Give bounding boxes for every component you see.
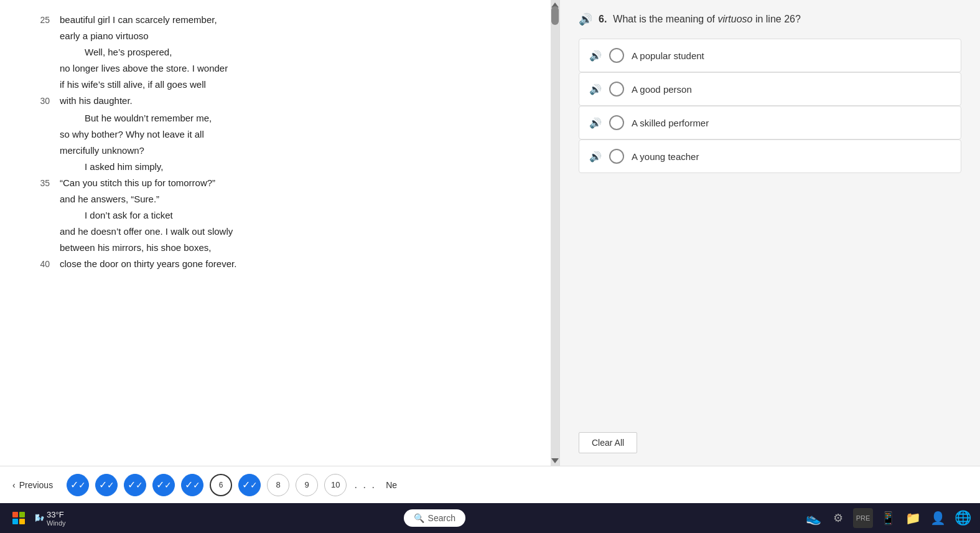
page-btn-10[interactable]: 10 xyxy=(324,474,347,496)
answer-option-d[interactable]: 🔊A young teacher xyxy=(579,139,961,173)
line-number: 35 xyxy=(25,176,50,190)
poem-line: if his wife’s still alive, if all goes w… xyxy=(25,77,534,92)
poem-lines: 25beautiful girl I can scarcely remember… xyxy=(25,12,534,271)
question-text: What is the meaning of virtuoso in line … xyxy=(613,14,801,25)
poem-line: 40close the door on thirty years gone fo… xyxy=(25,257,534,271)
answer-option-c[interactable]: 🔊A skilled performer xyxy=(579,106,961,139)
line-text: I don’t ask for a ticket xyxy=(60,208,534,223)
page-btn-4[interactable]: ✓ xyxy=(152,474,175,496)
taskbar-center: 🔍 Search xyxy=(71,509,798,527)
weather-widget: 🌬️ 33°F Windy xyxy=(35,510,66,527)
poem-line: 35“Can you stitch this up for tomorrow?” xyxy=(25,176,534,191)
navigation-bar: ‹ Previous ✓✓✓✓✓6✓8910 . . . Ne xyxy=(0,466,980,503)
poem-line: 30with his daughter. xyxy=(25,93,534,108)
poem-line: 25beautiful girl I can scarcely remember… xyxy=(25,12,534,27)
option-audio-icon-a[interactable]: 🔊 xyxy=(589,50,602,62)
taskbar-settings-icon[interactable]: ⚙ xyxy=(828,508,848,528)
poem-panel: 25beautiful girl I can scarcely remember… xyxy=(0,0,560,466)
page-btn-8[interactable]: 8 xyxy=(267,474,289,496)
poem-line: I asked him simply, xyxy=(25,159,534,174)
line-text: “Can you stitch this up for tomorrow?” xyxy=(60,176,534,191)
page-btn-6[interactable]: 6 xyxy=(210,474,232,496)
line-text: and he doesn’t offer one. I walk out slo… xyxy=(60,224,534,239)
poem-line: But he wouldn’t remember me, xyxy=(25,111,534,126)
option-text-b: A good person xyxy=(632,84,692,95)
main-content: 25beautiful girl I can scarcely remember… xyxy=(0,0,980,466)
previous-button[interactable]: ‹ Previous xyxy=(12,480,53,490)
line-text: no longer lives above the store. I wonde… xyxy=(60,61,534,76)
poem-line: early a piano virtuoso xyxy=(25,29,534,44)
taskbar-folder-icon[interactable]: 📁 xyxy=(903,508,923,528)
radio-b[interactable] xyxy=(609,82,624,97)
question-header: 🔊 6. What is the meaning of virtuoso in … xyxy=(579,12,961,26)
radio-c[interactable] xyxy=(609,115,624,130)
poem-line: no longer lives above the store. I wonde… xyxy=(25,61,534,76)
page-buttons: ✓✓✓✓✓6✓8910 xyxy=(67,474,347,496)
poem-line: I don’t ask for a ticket xyxy=(25,208,534,223)
taskbar-chrome-icon[interactable]: 🌐 xyxy=(953,508,973,528)
search-bar[interactable]: 🔍 Search xyxy=(404,509,465,527)
answer-option-a[interactable]: 🔊A popular student xyxy=(579,39,961,72)
option-audio-icon-b[interactable]: 🔊 xyxy=(589,83,602,95)
scroll-down-icon[interactable] xyxy=(551,458,559,463)
taskbar-phone-icon[interactable]: 📱 xyxy=(878,508,898,528)
line-text: with his daughter. xyxy=(60,93,534,108)
poem-line: mercifully unknown? xyxy=(25,143,534,158)
poem-line: and he doesn’t offer one. I walk out slo… xyxy=(25,224,534,239)
page-btn-2[interactable]: ✓ xyxy=(95,474,118,496)
temperature: 33°F xyxy=(47,510,66,519)
poem-line: Well, he’s prospered, xyxy=(25,45,534,60)
weather-icon: 🌬️ xyxy=(35,514,44,522)
question-number: 6. xyxy=(599,14,607,25)
line-text: mercifully unknown? xyxy=(60,143,534,158)
line-text: Well, he’s prospered, xyxy=(60,45,534,60)
answer-options: 🔊A popular student🔊A good person🔊A skill… xyxy=(579,39,961,173)
option-text-a: A popular student xyxy=(632,50,704,61)
windows-logo-icon xyxy=(12,512,25,524)
scroll-thumb[interactable] xyxy=(551,6,559,25)
radio-a[interactable] xyxy=(609,48,624,63)
page-btn-3[interactable]: ✓ xyxy=(124,474,146,496)
page-btn-7[interactable]: ✓ xyxy=(238,474,261,496)
page-btn-5[interactable]: ✓ xyxy=(181,474,203,496)
clear-all-button[interactable]: Clear All xyxy=(579,432,637,453)
option-text-d: A young teacher xyxy=(632,151,699,162)
poem-line: so why bother? Why not leave it all xyxy=(25,127,534,142)
line-text: close the door on thirty years gone fore… xyxy=(60,257,534,271)
page-btn-1[interactable]: ✓ xyxy=(67,474,89,496)
line-text: beautiful girl I can scarcely remember, xyxy=(60,12,534,27)
taskbar: 🌬️ 33°F Windy 🔍 Search 👟 ⚙ PRE 📱 📁 👤 🌐 xyxy=(0,503,980,533)
taskbar-icons: 👟 ⚙ PRE 📱 📁 👤 🌐 xyxy=(803,508,973,528)
option-text-c: A skilled performer xyxy=(632,118,709,128)
taskbar-user-icon[interactable]: 👤 xyxy=(928,508,948,528)
next-button[interactable]: Ne xyxy=(386,480,397,490)
poem-line: between his mirrors, his shoe boxes, xyxy=(25,240,534,255)
line-number: 40 xyxy=(25,257,50,271)
taskbar-pre-icon[interactable]: PRE xyxy=(853,508,873,528)
question-audio-icon[interactable]: 🔊 xyxy=(579,12,592,26)
poem-scrollbar[interactable] xyxy=(551,0,559,466)
search-icon: 🔍 xyxy=(414,513,424,523)
line-text: if his wife’s still alive, if all goes w… xyxy=(60,77,534,92)
radio-d[interactable] xyxy=(609,149,624,164)
poem-line: and he answers, “Sure.” xyxy=(25,192,534,207)
line-text: I asked him simply, xyxy=(60,159,534,174)
line-text: and he answers, “Sure.” xyxy=(60,192,534,207)
answer-option-b[interactable]: 🔊A good person xyxy=(579,72,961,106)
option-audio-icon-c[interactable]: 🔊 xyxy=(589,117,602,129)
chevron-left-icon: ‹ xyxy=(12,480,16,490)
taskbar-shoe-icon[interactable]: 👟 xyxy=(803,508,823,528)
page-btn-9[interactable]: 9 xyxy=(296,474,318,496)
start-button[interactable] xyxy=(7,509,30,527)
question-panel: 🔊 6. What is the meaning of virtuoso in … xyxy=(560,0,980,466)
line-number: 25 xyxy=(25,13,50,27)
line-text: But he wouldn’t remember me, xyxy=(60,111,534,126)
page-num-6: 6 xyxy=(219,481,223,489)
weather-condition: Windy xyxy=(47,519,66,527)
nav-dots: . . . xyxy=(354,478,376,491)
line-text: between his mirrors, his shoe boxes, xyxy=(60,240,534,255)
option-audio-icon-d[interactable]: 🔊 xyxy=(589,151,602,163)
line-text: so why bother? Why not leave it all xyxy=(60,127,534,142)
line-text: early a piano virtuoso xyxy=(60,29,534,44)
line-number: 30 xyxy=(25,94,50,108)
